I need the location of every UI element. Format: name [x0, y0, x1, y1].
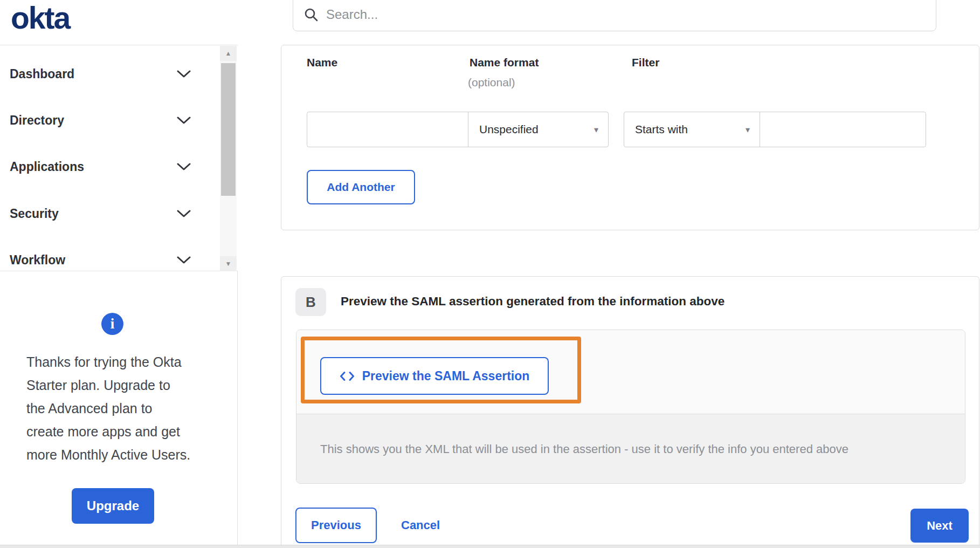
previous-button[interactable]: Previous: [295, 508, 377, 543]
name-format-column-label: Name format: [470, 56, 539, 69]
filter-column-label: Filter: [632, 56, 659, 69]
sidebar-item-label: Directory: [10, 113, 64, 128]
page-bottom-strip: [0, 545, 980, 548]
attribute-name-input[interactable]: [307, 112, 468, 147]
preview-note-area: This shows you the XML that will be used…: [296, 414, 965, 484]
info-icon: i: [101, 313, 123, 335]
upsell-line: Starter plan. Upgrade to: [26, 374, 215, 397]
select-caret-icon: ▾: [594, 125, 598, 135]
sidebar-item-label: Applications: [10, 160, 84, 174]
add-another-button[interactable]: Add Another: [307, 170, 415, 204]
global-search[interactable]: [293, 0, 936, 31]
scroll-up-icon[interactable]: ▲: [220, 46, 237, 61]
sidebar-item-label: Security: [10, 207, 59, 221]
scrollbar-thumb[interactable]: [221, 63, 236, 196]
chevron-down-icon: [177, 163, 191, 171]
name-format-optional-hint: (optional): [468, 76, 515, 89]
preview-button-label: Preview the SAML Assertion: [362, 369, 530, 383]
preview-saml-assertion-button[interactable]: Preview the SAML Assertion: [320, 357, 549, 395]
upsell-line: Thanks for trying the Okta: [26, 351, 215, 374]
next-button[interactable]: Next: [910, 509, 969, 543]
chevron-down-icon: [177, 256, 191, 264]
cancel-button[interactable]: Cancel: [401, 508, 440, 543]
sidebar-nav: Dashboard Directory Applications Securit…: [0, 45, 238, 271]
chevron-down-icon: [177, 70, 191, 78]
sidebar-item-security[interactable]: Security: [0, 190, 217, 237]
preview-note-text: This shows you the XML that will be used…: [320, 442, 848, 456]
upsell-line: create more apps and get: [26, 420, 215, 443]
select-caret-icon: ▾: [746, 125, 750, 135]
preview-box-top: Preview the SAML Assertion: [296, 330, 965, 414]
preview-section-heading: Preview the SAML assertion generated fro…: [341, 294, 724, 309]
okta-admin-screen: okta Dashboard Directory Applications: [0, 0, 980, 548]
sidebar-item-directory[interactable]: Directory: [0, 97, 217, 143]
upsell-line: more Monthly Active Users.: [26, 443, 215, 467]
upsell-message: Thanks for trying the Okta Starter plan.…: [26, 351, 215, 467]
chevron-down-icon: [177, 117, 191, 125]
filter-value-input[interactable]: [760, 112, 926, 147]
search-input[interactable]: [326, 7, 865, 22]
scroll-down-icon[interactable]: ▼: [220, 256, 237, 271]
search-icon: [304, 8, 319, 22]
sidebar-item-applications[interactable]: Applications: [0, 143, 217, 190]
attribute-statements-panel: Name Name format (optional) Filter Unspe…: [281, 45, 979, 230]
chevron-down-icon: [177, 210, 191, 218]
sidebar-item-label: Workflow: [10, 253, 65, 268]
upgrade-button[interactable]: Upgrade: [72, 488, 154, 524]
name-column-label: Name: [307, 56, 337, 69]
sidebar-item-dashboard[interactable]: Dashboard: [0, 51, 217, 97]
filter-type-select[interactable]: Starts with ▾: [624, 112, 760, 147]
name-format-selected-value: Unspecified: [479, 123, 539, 136]
preview-box: Preview the SAML Assertion This shows yo…: [296, 330, 965, 484]
sidebar-item-workflow[interactable]: Workflow: [0, 237, 217, 283]
name-format-select[interactable]: Unspecified ▾: [468, 112, 609, 147]
sidebar-scrollbar[interactable]: ▲ ▼: [220, 46, 237, 271]
sidebar-item-label: Dashboard: [10, 67, 74, 81]
okta-logo: okta: [11, 0, 70, 36]
code-icon: [340, 371, 355, 381]
upsell-line: the Advanced plan to: [26, 397, 215, 420]
preview-assertion-panel: B Preview the SAML assertion generated f…: [281, 276, 979, 548]
step-b-badge: B: [295, 288, 326, 316]
filter-type-selected-value: Starts with: [635, 123, 688, 136]
